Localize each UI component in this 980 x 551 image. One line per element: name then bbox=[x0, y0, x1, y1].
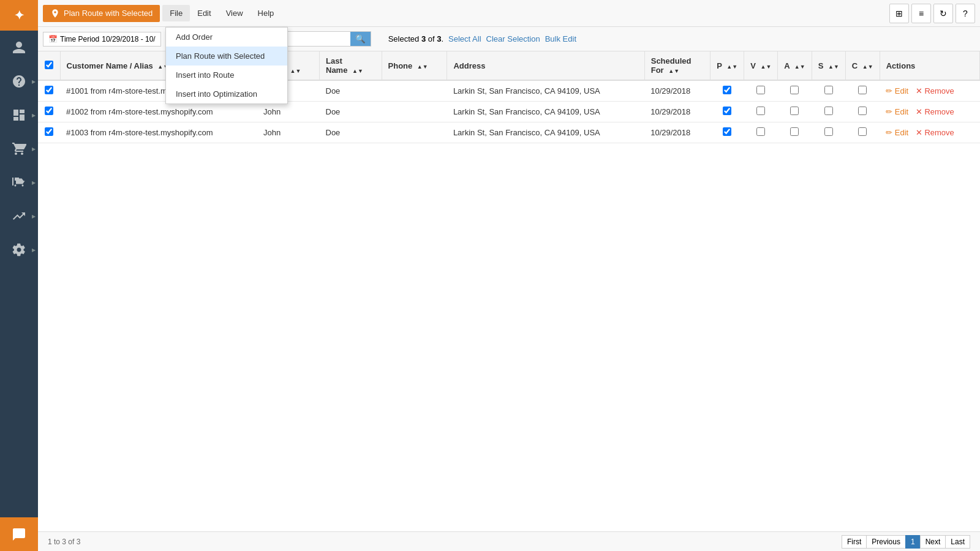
row-customer-name: #1003 from r4m-store-test.myshopify.com bbox=[60, 122, 257, 143]
next-page-button[interactable]: Next bbox=[920, 535, 946, 549]
orders-table-container: Customer Name / Alias ▲▼ FirstName ▲▼ La… bbox=[38, 51, 980, 531]
edit-link-0[interactable]: ✏ Edit bbox=[886, 86, 908, 96]
row-scheduled-for: 10/29/2018 bbox=[644, 122, 710, 143]
row-scheduled-for: 10/29/2018 bbox=[644, 80, 710, 102]
last-page-button[interactable]: Last bbox=[945, 535, 970, 549]
sidebar-item-vehicles[interactable]: ▶ bbox=[0, 165, 38, 199]
sort-arrows-scheduled[interactable]: ▲▼ bbox=[668, 69, 679, 74]
row-a-cell bbox=[778, 80, 812, 102]
help-button[interactable]: ? bbox=[956, 4, 975, 23]
row-first-name: John bbox=[257, 122, 320, 143]
current-page-button[interactable]: 1 bbox=[905, 535, 921, 549]
row-v-0[interactable] bbox=[756, 86, 765, 94]
list-view-button[interactable]: ≡ bbox=[911, 4, 931, 23]
sidebar-item-users[interactable] bbox=[0, 31, 38, 64]
sidebar-item-analytics[interactable]: ▶ bbox=[0, 199, 38, 233]
dropdown-plan-route[interactable]: Plan Route with Selected bbox=[166, 47, 287, 66]
row-s-cell bbox=[812, 80, 845, 102]
remove-link-1[interactable]: ✕ Remove bbox=[916, 107, 954, 116]
row-checkbox-cell bbox=[38, 80, 60, 102]
sidebar-item-help[interactable]: ▶ bbox=[0, 64, 38, 98]
row-c-1[interactable] bbox=[858, 107, 867, 115]
sidebar-item-settings[interactable]: ▶ bbox=[0, 233, 38, 266]
row-p-2[interactable] bbox=[723, 127, 731, 136]
sort-arrows-v[interactable]: ▲▼ bbox=[760, 64, 771, 70]
row-s-0[interactable] bbox=[824, 86, 833, 94]
row-first-name: John bbox=[257, 102, 320, 122]
row-s-cell bbox=[812, 102, 845, 122]
table-row: #1002 from r4m-store-test.myshopify.com … bbox=[38, 102, 980, 122]
sidebar-item-routes[interactable]: ▶ bbox=[0, 98, 38, 132]
row-checkbox-cell bbox=[38, 122, 60, 143]
sidebar-item-orders[interactable]: ▶ bbox=[0, 132, 38, 165]
chat-button[interactable] bbox=[0, 517, 38, 551]
select-all-checkbox[interactable] bbox=[45, 61, 53, 69]
row-checkbox-1[interactable] bbox=[45, 107, 53, 115]
sort-arrows-c[interactable]: ▲▼ bbox=[862, 64, 873, 70]
header-scheduled-for: ScheduledFor ▲▼ bbox=[644, 51, 710, 80]
row-p-cell bbox=[710, 122, 744, 143]
refresh-button[interactable]: ↻ bbox=[933, 4, 953, 23]
previous-page-button[interactable]: Previous bbox=[866, 535, 906, 549]
row-c-0[interactable] bbox=[858, 86, 867, 94]
row-address: Larkin St, San Francisco, CA 94109, USA bbox=[447, 102, 644, 122]
menu-edit[interactable]: Edit bbox=[190, 5, 218, 21]
row-checkbox-0[interactable] bbox=[45, 86, 53, 94]
row-c-2[interactable] bbox=[858, 127, 867, 136]
app-logo[interactable]: ✦ bbox=[0, 0, 38, 31]
row-phone bbox=[382, 80, 447, 102]
table-footer: 1 to 3 of 3 First Previous 1 Next Last bbox=[38, 531, 980, 551]
header-p: P ▲▼ bbox=[710, 51, 744, 80]
remove-link-0[interactable]: ✕ Remove bbox=[916, 86, 954, 96]
menu-help[interactable]: Help bbox=[251, 5, 282, 21]
first-page-button[interactable]: First bbox=[842, 535, 867, 549]
row-a-2[interactable] bbox=[790, 127, 799, 136]
remove-link-2[interactable]: ✕ Remove bbox=[916, 128, 954, 137]
row-v-2[interactable] bbox=[756, 127, 765, 136]
row-phone bbox=[382, 102, 447, 122]
sort-arrows-p[interactable]: ▲▼ bbox=[726, 64, 737, 70]
edit-link-1[interactable]: ✏ Edit bbox=[886, 107, 908, 116]
sort-arrows-last-name[interactable]: ▲▼ bbox=[352, 69, 363, 74]
sort-arrows-s[interactable]: ▲▼ bbox=[828, 64, 839, 70]
row-p-1[interactable] bbox=[723, 107, 731, 115]
header-c: C ▲▼ bbox=[845, 51, 880, 80]
dropdown-insert-optimization[interactable]: Insert into Optimization bbox=[166, 84, 287, 103]
time-period-button[interactable]: 📅 Time Period 10/29/2018 - 10/ bbox=[43, 32, 161, 47]
sort-arrows-phone[interactable]: ▲▼ bbox=[417, 64, 428, 70]
edit-link-2[interactable]: ✏ Edit bbox=[886, 128, 908, 137]
select-all-link[interactable]: Select All bbox=[448, 34, 481, 43]
menu-view[interactable]: View bbox=[219, 5, 251, 21]
row-checkbox-2[interactable] bbox=[45, 127, 53, 136]
menu-bar: File Edit View Help bbox=[162, 5, 281, 21]
row-s-2[interactable] bbox=[824, 127, 833, 136]
row-v-1[interactable] bbox=[756, 107, 765, 115]
pagination: First Previous 1 Next Last bbox=[842, 535, 970, 549]
row-a-1[interactable] bbox=[790, 107, 799, 115]
header-phone: Phone ▲▼ bbox=[382, 51, 447, 80]
plan-route-button[interactable]: Plan Route with Selected bbox=[43, 5, 160, 22]
row-a-cell bbox=[778, 102, 812, 122]
row-v-cell bbox=[744, 102, 778, 122]
dropdown-add-order[interactable]: Add Order bbox=[166, 28, 287, 47]
range-text: 1 to 3 of 3 bbox=[48, 538, 80, 546]
bulk-edit-link[interactable]: Bulk Edit bbox=[545, 34, 576, 43]
sort-arrows-a[interactable]: ▲▼ bbox=[794, 64, 805, 70]
header-a: A ▲▼ bbox=[778, 51, 812, 80]
header-actions: Actions bbox=[880, 51, 979, 80]
row-a-0[interactable] bbox=[790, 86, 799, 94]
dropdown-insert-route[interactable]: Insert into Route bbox=[166, 66, 287, 84]
row-last-name: Doe bbox=[320, 122, 382, 143]
row-v-cell bbox=[744, 80, 778, 102]
row-s-1[interactable] bbox=[824, 107, 833, 115]
menu-file[interactable]: File bbox=[162, 5, 190, 21]
clear-selection-link[interactable]: Clear Selection bbox=[486, 34, 540, 43]
row-c-cell bbox=[845, 102, 880, 122]
row-a-cell bbox=[778, 122, 812, 143]
grid-view-button[interactable]: ⊞ bbox=[889, 4, 909, 23]
search-button[interactable]: 🔍 bbox=[350, 32, 371, 46]
sort-arrows-first-name[interactable]: ▲▼ bbox=[290, 69, 301, 74]
table-row: #1003 from r4m-store-test.myshopify.com … bbox=[38, 122, 980, 143]
row-address: Larkin St, San Francisco, CA 94109, USA bbox=[447, 80, 644, 102]
row-p-0[interactable] bbox=[723, 86, 731, 94]
